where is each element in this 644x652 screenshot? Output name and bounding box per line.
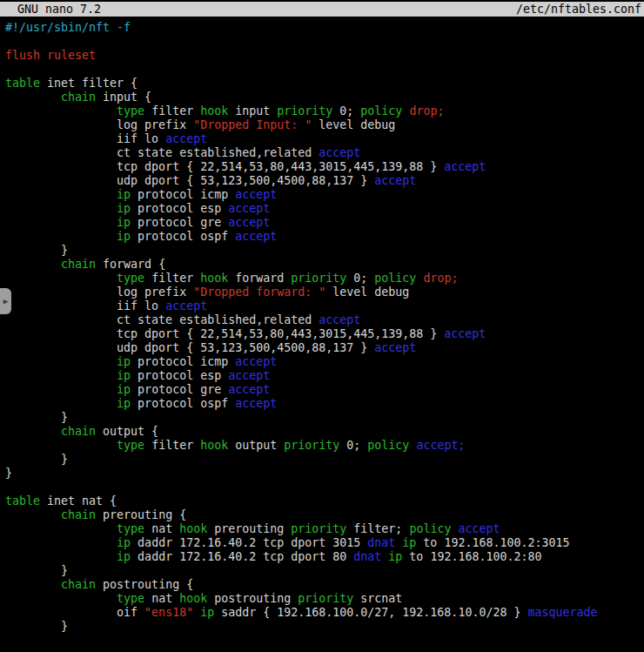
code-token: chain [61, 508, 96, 521]
code-line: } [5, 467, 644, 481]
code-token: ip [117, 550, 131, 563]
code-token: accept [444, 160, 486, 173]
code-token: protocol ospf [131, 397, 235, 410]
expand-arrow-icon: ▶ [3, 298, 8, 306]
code-line: tcp dport { 22,514,53,80,443,3015,445,13… [5, 327, 644, 341]
code-token: 0; [339, 439, 367, 452]
code-line: ct state established,related accept [5, 313, 644, 327]
code-line: ip protocol icmp accept [5, 355, 644, 369]
code-token [5, 202, 117, 215]
code-token: ip [117, 188, 131, 201]
code-line [5, 35, 644, 49]
code-token: accept [319, 146, 360, 159]
code-token: ip [402, 536, 416, 549]
code-token: } [5, 620, 68, 633]
code-token: ip [117, 536, 131, 549]
code-token: accept; [409, 439, 465, 452]
code-token: ip [117, 202, 131, 215]
novnc-control-bar-handle[interactable]: ▶ [0, 288, 11, 314]
code-token: to 192.168.100.2:80 [402, 550, 541, 563]
code-token: priority [291, 522, 346, 535]
code-token: filter [144, 104, 200, 118]
code-line: table inet nat { [5, 494, 644, 508]
code-token: } [5, 453, 68, 466]
code-line: ip protocol esp accept [5, 369, 644, 383]
code-token: flush ruleset [5, 49, 96, 62]
code-line: tcp dport { 22,514,53,80,443,3015,445,13… [5, 160, 644, 174]
code-token: ct state established,related [5, 313, 319, 326]
code-token: policy [374, 272, 416, 285]
code-token: accept [165, 299, 207, 313]
code-line: oif "ens18" ip saddr { 192.168.100.0/27,… [5, 606, 644, 620]
code-token: udp dport { 53,123,500,4500,88,137 } [5, 174, 374, 187]
code-token: } [5, 411, 68, 424]
code-token: prerouting [207, 522, 291, 535]
code-line: ip protocol ospf accept [5, 397, 644, 411]
code-token [193, 606, 200, 619]
code-token [5, 383, 117, 396]
editor-area[interactable]: #!/usr/sbin/nft -f flush ruleset table i… [0, 17, 644, 634]
code-token: to 192.168.100.2:3015 [416, 536, 569, 549]
code-line: type nat hook prerouting priority filter… [5, 522, 644, 536]
code-token: ip [117, 355, 131, 368]
code-token: hook [179, 522, 207, 535]
code-token [5, 578, 61, 591]
code-token: inet filter { [40, 77, 138, 90]
code-token: accept [228, 369, 270, 382]
code-token: accept [451, 522, 500, 535]
code-token: input [228, 104, 277, 118]
code-token: chain [61, 258, 96, 271]
code-line: ip daddr 172.16.40.2 tcp dport 80 dnat i… [5, 550, 644, 564]
code-token: accept [165, 132, 207, 145]
code-token: chain [61, 578, 96, 591]
code-line: type filter hook input priority 0; polic… [5, 104, 644, 118]
code-token [5, 272, 117, 285]
code-token: table [5, 494, 40, 507]
code-line: } [5, 564, 644, 578]
code-token: ip [117, 397, 131, 410]
code-token: } [5, 467, 12, 480]
code-token: accept [235, 355, 277, 368]
code-line: log prefix "Dropped forward: " level deb… [5, 286, 644, 299]
code-token: 0; [346, 272, 374, 285]
code-token: type [117, 592, 144, 605]
code-token [5, 536, 117, 549]
code-token: ct state established,related [5, 146, 319, 159]
code-token: forward [228, 272, 291, 285]
code-line: type filter hook forward priority 0; pol… [5, 272, 644, 286]
code-token [5, 592, 117, 605]
code-token: "Dropped Input: " [193, 118, 312, 131]
code-token: accept [235, 397, 277, 410]
code-token: ip [117, 369, 131, 382]
code-token [5, 508, 61, 521]
code-token: accept [444, 327, 486, 340]
code-token: output [228, 439, 284, 452]
code-token: priority [277, 104, 332, 118]
code-token: #!/usr/sbin/nft -f [5, 21, 131, 34]
code-token [5, 369, 117, 382]
code-token: iif lo [5, 299, 165, 313]
code-token: iif lo [5, 132, 165, 145]
code-token: ip [117, 383, 131, 396]
code-line: ct state established,related accept [5, 146, 644, 160]
code-token: log prefix [5, 286, 193, 299]
code-token: "Dropped forward: " [193, 286, 325, 299]
code-token: accept [228, 216, 270, 229]
code-token: oif [5, 606, 144, 619]
code-token: protocol icmp [131, 188, 235, 201]
code-token: nat [144, 522, 179, 535]
code-token: dnat [367, 536, 395, 549]
code-token: protocol gre [131, 216, 228, 229]
code-token: type [117, 439, 144, 452]
code-token: ip [200, 606, 214, 619]
code-line: log prefix "Dropped Input: " level debug [5, 118, 644, 132]
code-token: protocol gre [131, 383, 228, 396]
code-line: chain postrouting { [5, 578, 644, 592]
code-line: } [5, 453, 644, 467]
code-line: iif lo accept [5, 299, 644, 313]
code-line: chain forward { [5, 258, 644, 272]
code-token: filter [144, 439, 200, 452]
code-token: dnat [353, 550, 381, 563]
code-token [5, 216, 117, 229]
code-token: } [5, 244, 68, 257]
